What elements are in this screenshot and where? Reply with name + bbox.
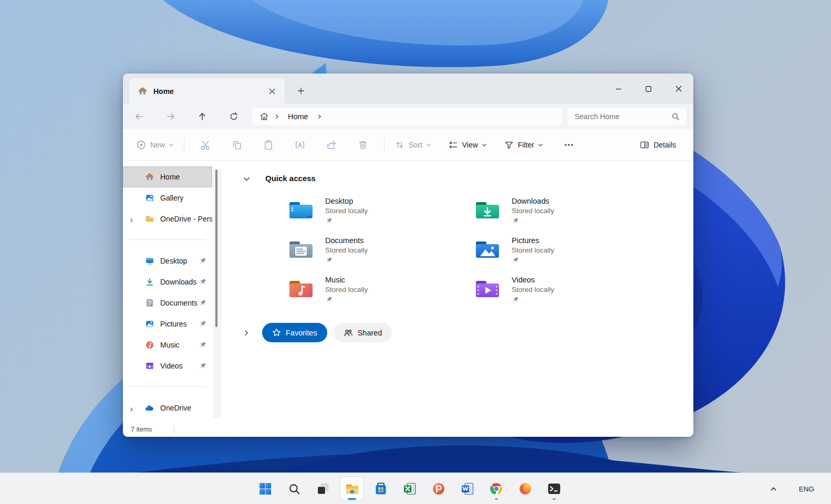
excel-button[interactable]: [398, 477, 422, 501]
shared-tab-button[interactable]: Shared: [334, 323, 392, 342]
tile-downloads[interactable]: Downloads Stored locally: [474, 196, 661, 235]
cut-button[interactable]: [194, 135, 217, 155]
tile-documents[interactable]: Documents Stored locally: [288, 235, 474, 275]
chevron-right-icon[interactable]: [317, 114, 322, 119]
status-bar: 7 items: [123, 422, 693, 437]
file-explorer-icon: [345, 482, 359, 496]
tile-videos[interactable]: Videos Stored locally: [474, 275, 661, 314]
minimize-button[interactable]: [604, 74, 633, 104]
copy-button[interactable]: [225, 135, 248, 155]
details-button[interactable]: Details: [635, 135, 681, 155]
filter-button[interactable]: Filter: [499, 135, 548, 155]
pin-icon: [512, 256, 554, 266]
chevron-right-icon: [243, 330, 250, 336]
new-button-label: New: [150, 141, 165, 149]
running-app-indicator: [495, 498, 498, 500]
new-tab-button[interactable]: [292, 82, 310, 100]
more-options-button[interactable]: [557, 135, 580, 155]
title-bar[interactable]: Home: [123, 74, 693, 104]
tile-desktop[interactable]: Desktop Stored locally: [288, 196, 474, 235]
back-button[interactable]: [129, 107, 150, 126]
chevron-right-icon[interactable]: [129, 405, 134, 414]
rename-button[interactable]: [288, 135, 311, 155]
tab-home[interactable]: Home: [129, 78, 285, 104]
new-button[interactable]: New: [131, 135, 179, 155]
star-icon: [272, 328, 281, 337]
search-box[interactable]: [567, 108, 686, 125]
firefox-button[interactable]: [513, 477, 537, 501]
sort-button[interactable]: Sort: [390, 135, 436, 155]
pin-icon: [326, 217, 368, 226]
sidebar-item-label: Videos: [160, 362, 183, 370]
item-count: 7 items: [131, 426, 152, 433]
close-button[interactable]: [663, 74, 693, 104]
item-name: Pictures: [512, 236, 554, 245]
sidebar-item-pictures[interactable]: Pictures: [123, 313, 212, 334]
quick-access-collapse-button[interactable]: [239, 173, 254, 185]
item-status: Stored locally: [512, 246, 554, 254]
favorites-expand-button[interactable]: [240, 327, 253, 339]
tab-close-button[interactable]: [265, 84, 279, 99]
chevron-right-icon[interactable]: [129, 216, 134, 225]
powerpoint-button[interactable]: [427, 477, 451, 501]
tray-chevron-up-icon[interactable]: [765, 479, 782, 498]
sidebar-item-music[interactable]: Music: [123, 334, 212, 355]
microsoft-store-button[interactable]: [369, 477, 393, 501]
sidebar-item-label: Documents: [160, 299, 198, 307]
search-icon: [288, 482, 301, 496]
view-button[interactable]: View: [443, 135, 492, 155]
pin-icon: [199, 278, 206, 287]
sidebar-item-desktop[interactable]: Desktop: [123, 250, 212, 271]
pin-icon: [512, 217, 554, 226]
videos-folder-icon: [474, 278, 501, 300]
tile-pictures[interactable]: Pictures Stored locally: [474, 235, 661, 275]
sidebar-item-downloads[interactable]: Downloads: [123, 271, 212, 292]
chrome-button[interactable]: [484, 477, 508, 501]
item-name: Desktop: [325, 197, 368, 205]
scrollbar-thumb[interactable]: [215, 170, 217, 327]
status-bar-divider: [174, 426, 174, 434]
breadcrumb[interactable]: Home: [252, 108, 562, 125]
favorites-tab-button[interactable]: Favorites: [262, 323, 327, 342]
pictures-icon: [145, 319, 154, 329]
up-button[interactable]: [192, 107, 213, 126]
item-status: Stored locally: [325, 246, 368, 254]
sidebar-item-documents[interactable]: Documents: [123, 292, 212, 313]
chevron-right-icon: [274, 114, 279, 119]
sidebar-item-onedrive-personal[interactable]: OneDrive - Personal: [123, 208, 212, 229]
pin-icon: [326, 256, 368, 266]
sidebar-scrollbar[interactable]: [212, 161, 224, 422]
item-status: Stored locally: [325, 286, 368, 293]
tile-music[interactable]: Music Stored locally: [288, 275, 474, 314]
sidebar-item-gallery[interactable]: Gallery: [123, 187, 212, 208]
folder-icon: [145, 214, 154, 224]
maximize-button[interactable]: [633, 74, 663, 104]
search-icon[interactable]: [671, 112, 680, 121]
shared-label: Shared: [358, 329, 382, 337]
pin-icon: [199, 320, 206, 329]
active-window-indicator: [348, 498, 356, 500]
share-button[interactable]: [320, 135, 343, 155]
delete-button[interactable]: [351, 135, 375, 155]
sidebar-item-videos[interactable]: Videos: [123, 355, 212, 376]
terminal-button[interactable]: [542, 477, 566, 501]
sidebar-item-home[interactable]: Home: [123, 166, 212, 187]
search-input[interactable]: [575, 112, 671, 121]
refresh-button[interactable]: [223, 107, 244, 126]
breadcrumb-item-home[interactable]: Home: [285, 111, 311, 122]
item-name: Documents: [325, 236, 368, 245]
navigation-bar: Home: [123, 104, 693, 129]
task-view-button[interactable]: [311, 477, 335, 501]
music-icon: [145, 340, 154, 350]
start-button[interactable]: [253, 477, 277, 501]
forward-button[interactable]: [160, 107, 181, 126]
sidebar-item-onedrive[interactable]: OneDrive: [123, 397, 212, 418]
language-indicator[interactable]: ENG: [795, 482, 818, 496]
file-explorer-button[interactable]: [340, 477, 364, 501]
ellipsis-icon: [564, 140, 574, 150]
paste-button[interactable]: [257, 135, 280, 155]
breadcrumb-home-icon[interactable]: [259, 112, 269, 121]
view-button-label: View: [462, 141, 478, 149]
word-button[interactable]: [455, 477, 480, 501]
search-button[interactable]: [282, 477, 306, 501]
